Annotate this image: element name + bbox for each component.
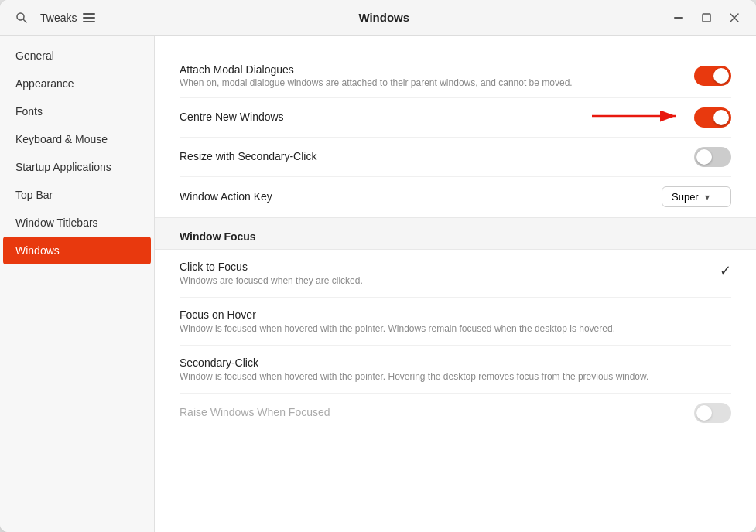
focus-option-secondary-click-desc: Window is focused when hovered with the … bbox=[180, 371, 731, 382]
setting-title-window-action-key: Window Action Key bbox=[180, 190, 649, 203]
setting-centre-new-windows: Centre New Windows bbox=[180, 98, 731, 138]
svg-line-1 bbox=[23, 19, 26, 22]
setting-info-window-action-key: Window Action Key bbox=[180, 190, 649, 204]
window-controls bbox=[666, 5, 747, 30]
chevron-down-icon: ▾ bbox=[705, 192, 710, 203]
toggle-thumb-raise-windows bbox=[696, 405, 712, 421]
focus-option-secondary-click[interactable]: Secondary-Click Window is focused when h… bbox=[180, 346, 731, 394]
toggle-thumb-resize-secondary bbox=[696, 149, 712, 165]
setting-title-attach-modal: Attach Modal Dialogues bbox=[180, 63, 682, 76]
setting-desc-attach-modal: When on, modal dialogue windows are atta… bbox=[180, 77, 682, 88]
sidebar-item-fonts[interactable]: Fonts bbox=[0, 97, 154, 125]
section-window-focus: Window Focus bbox=[155, 217, 756, 250]
toggle-switch-resize-secondary[interactable] bbox=[694, 147, 731, 167]
sidebar-item-top-bar[interactable]: Top Bar bbox=[0, 181, 154, 209]
search-button[interactable] bbox=[9, 5, 34, 30]
window-action-key-dropdown[interactable]: Super ▾ bbox=[662, 186, 731, 207]
section-title-window-focus: Window Focus bbox=[180, 230, 731, 243]
dropdown-window-action-key[interactable]: Super ▾ bbox=[662, 186, 731, 207]
focus-option-hover[interactable]: Focus on Hover Window is focused when ho… bbox=[180, 298, 731, 346]
setting-resize-secondary: Resize with Secondary-Click bbox=[180, 138, 731, 177]
toggle-centre-new-windows[interactable] bbox=[694, 107, 731, 128]
setting-info-raise-windows: Raise Windows When Focused bbox=[180, 406, 682, 420]
sidebar-item-appearance[interactable]: Appearance bbox=[0, 70, 154, 97]
toggle-switch-raise-windows[interactable] bbox=[694, 403, 731, 423]
focus-option-click[interactable]: Click to Focus Windows are focused when … bbox=[180, 250, 731, 298]
titlebar: Tweaks Windows bbox=[0, 0, 756, 36]
setting-title-centre-new-windows: Centre New Windows bbox=[180, 111, 682, 123]
focus-option-hover-title: Focus on Hover bbox=[180, 309, 731, 321]
setting-title-raise-windows: Raise Windows When Focused bbox=[180, 406, 682, 418]
sidebar: General Appearance Fonts Keyboard & Mous… bbox=[0, 36, 155, 532]
content-inner: Attach Modal Dialogues When on, modal di… bbox=[155, 36, 756, 451]
toggle-switch-centre-new-windows[interactable] bbox=[694, 107, 731, 128]
svg-rect-3 bbox=[83, 17, 95, 19]
setting-window-action-key: Window Action Key Super ▾ bbox=[180, 177, 731, 217]
sidebar-item-window-titlebars[interactable]: Window Titlebars bbox=[0, 209, 154, 237]
sidebar-item-startup-applications[interactable]: Startup Applications bbox=[0, 153, 154, 181]
main-layout: General Appearance Fonts Keyboard & Mous… bbox=[0, 36, 756, 532]
toggle-thumb-attach-modal bbox=[713, 68, 729, 84]
focus-option-hover-desc: Window is focused when hovered with the … bbox=[180, 323, 731, 334]
app-title: Tweaks bbox=[40, 12, 77, 24]
checkmark-icon: ✓ bbox=[720, 261, 731, 279]
setting-title-resize-secondary: Resize with Secondary-Click bbox=[180, 150, 682, 162]
focus-option-hover-info: Focus on Hover Window is focused when ho… bbox=[180, 309, 731, 334]
svg-rect-6 bbox=[703, 14, 710, 22]
main-window: Tweaks Windows General Appearance bbox=[0, 0, 756, 532]
close-button[interactable] bbox=[722, 5, 747, 30]
toggle-resize-secondary[interactable] bbox=[694, 147, 731, 167]
focus-option-click-title: Click to Focus bbox=[180, 261, 710, 273]
setting-raise-windows: Raise Windows When Focused bbox=[180, 394, 731, 432]
dropdown-value: Super bbox=[672, 191, 699, 203]
setting-info-resize-secondary: Resize with Secondary-Click bbox=[180, 150, 682, 164]
toggle-track-raise-windows bbox=[694, 403, 731, 423]
toggle-thumb-centre-new-windows bbox=[713, 110, 729, 125]
minimize-button[interactable] bbox=[666, 5, 691, 30]
maximize-button[interactable] bbox=[694, 5, 719, 30]
toggle-track-centre-new-windows bbox=[694, 107, 731, 128]
setting-info-attach-modal: Attach Modal Dialogues When on, modal di… bbox=[180, 63, 682, 88]
toggle-attach-modal[interactable] bbox=[694, 66, 731, 86]
menu-button[interactable] bbox=[77, 5, 101, 30]
svg-rect-5 bbox=[674, 17, 683, 19]
sidebar-item-general[interactable]: General bbox=[0, 42, 154, 70]
sidebar-item-keyboard-mouse[interactable]: Keyboard & Mouse bbox=[0, 125, 154, 153]
content-area: Attach Modal Dialogues When on, modal di… bbox=[155, 36, 756, 532]
toggle-raise-windows[interactable] bbox=[694, 403, 731, 423]
sidebar-item-windows[interactable]: Windows bbox=[3, 237, 151, 264]
svg-rect-2 bbox=[83, 13, 95, 15]
toggle-track-attach-modal bbox=[694, 66, 731, 86]
setting-info-centre-new-windows: Centre New Windows bbox=[180, 111, 682, 124]
setting-attach-modal: Attach Modal Dialogues When on, modal di… bbox=[180, 54, 731, 98]
focus-option-secondary-click-info: Secondary-Click Window is focused when h… bbox=[180, 356, 731, 382]
svg-rect-4 bbox=[83, 21, 95, 22]
toggle-switch-attach-modal[interactable] bbox=[694, 66, 731, 86]
focus-option-secondary-click-title: Secondary-Click bbox=[180, 356, 731, 369]
window-title: Windows bbox=[101, 11, 666, 24]
toggle-track-resize-secondary bbox=[694, 147, 731, 167]
focus-option-click-desc: Windows are focused when they are clicke… bbox=[180, 275, 710, 286]
focus-option-click-info: Click to Focus Windows are focused when … bbox=[180, 261, 710, 286]
